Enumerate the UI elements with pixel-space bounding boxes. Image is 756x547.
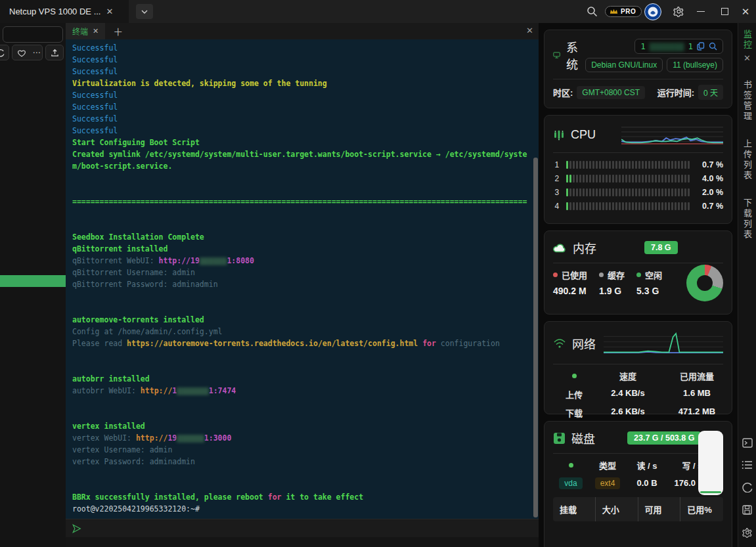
right-tab-strip: 监控✕书签管理上传列表下载列表	[738, 23, 756, 547]
cpu-core-percent: 4.0 %	[695, 174, 723, 183]
terminal-text-segment: 19	[167, 433, 177, 443]
ip-redacted: ▇▇▇▇▇▇▇	[650, 41, 684, 51]
terminal-line: Successful	[72, 54, 533, 66]
terminal-view-icon[interactable]	[742, 438, 753, 448]
terminal-text-segment: Successful	[72, 67, 118, 76]
terminal-line: Created symlink /etc/systemd/system/mult…	[72, 148, 533, 172]
terminal-text-segment: autobrr WebUI:	[72, 386, 141, 395]
favorite-button[interactable]	[12, 45, 32, 60]
terminal-tab[interactable]: 终端 ✕	[66, 23, 105, 39]
monitor-panel: 系统 1▇▇▇▇▇▇▇1 Debian GNU/Linux 11 (bullse…	[539, 23, 738, 547]
strip-tab-close-icon[interactable]: ✕	[744, 53, 751, 63]
cpu-core-bar	[566, 202, 690, 210]
save-icon[interactable]	[742, 505, 752, 515]
memory-legend-item: 空闲5.3 G	[636, 269, 662, 296]
send-icon	[72, 524, 81, 533]
disk-mount-table-header: 挂载大小可用已用%	[553, 497, 723, 521]
terminal-line: ========================================…	[72, 196, 533, 208]
strip-tab-item[interactable]: 上传列表	[741, 139, 753, 181]
settings-button[interactable]	[672, 0, 685, 23]
reload-icon[interactable]	[742, 482, 753, 492]
terminal-scrollbar[interactable]	[533, 158, 538, 517]
terminal-text-segment: Successful	[72, 114, 118, 123]
legend-value: 1.9 G	[599, 286, 625, 296]
terminal-line: Seedbox Installation Complete	[72, 231, 533, 243]
disk-mount-col-header: 大小	[596, 497, 638, 521]
legend-dot	[599, 273, 604, 277]
network-row-label: 下载	[553, 406, 595, 419]
uptime-value: 0 天	[698, 85, 723, 100]
terminal-line: vertex Password: adminadmin	[72, 456, 533, 468]
terminal-quick-input-bar[interactable]	[66, 519, 539, 537]
cpu-core-percent: 2.0 %	[695, 188, 723, 197]
terminal-text-segment: it to take effect	[282, 492, 364, 502]
terminal-line: Please read https://autoremove-torrents.…	[72, 338, 533, 349]
disk-mount-col-header: 已用%	[680, 497, 723, 521]
terminal-text-segment: 1:3000	[204, 433, 232, 443]
terminal-line: root@v2202504219965332120:~#	[72, 503, 533, 515]
terminal-tabbar: 终端 ✕ ＋ ✕	[66, 23, 539, 39]
terminal-line	[72, 408, 533, 420]
terminal-line: autoremove-torrents installed	[72, 314, 533, 326]
strip-tab-item[interactable]: 书签管理	[741, 80, 753, 122]
memory-title: 内存	[573, 239, 596, 256]
more-button[interactable]: ⋯	[31, 45, 43, 60]
cpu-core-percent: 0.7 %	[695, 160, 723, 169]
terminal-line: autobrr installed	[72, 373, 533, 385]
disk-device-badge: vda	[559, 477, 582, 489]
panel-close-icon[interactable]: ✕	[526, 26, 533, 35]
disk-col-read: 读 / s	[627, 459, 667, 471]
maximize-icon	[721, 8, 728, 15]
strip-gear-icon[interactable]	[742, 527, 753, 538]
terminal-tab-label: 终端	[72, 26, 88, 37]
pro-badge[interactable]: PRO	[605, 0, 642, 23]
sidebar-search-input[interactable]	[3, 26, 63, 43]
terminal-output[interactable]: SuccessfulSuccessfulSuccessfulVirtualiza…	[66, 39, 539, 519]
window-minimize-button[interactable]	[694, 0, 708, 23]
cpu-card: CPU 10.7 %24.0 %32.0 %40.7 %	[544, 115, 732, 224]
terminal-text-segment: 1:7474	[209, 386, 236, 395]
terminal-text-segment: BBRx successfully installed, please rebo…	[72, 492, 268, 502]
gear-icon	[673, 6, 684, 17]
window-maximize-button[interactable]	[717, 0, 732, 23]
session-tab-close-icon[interactable]: ✕	[106, 7, 113, 16]
session-tab-title: Netcup VPS 1000 DE ...	[9, 7, 100, 16]
monitor-icon	[553, 49, 560, 61]
list-view-icon[interactable]	[742, 460, 753, 470]
window-close-button[interactable]: ✕	[738, 0, 753, 23]
search-icon	[587, 6, 598, 17]
terminal-text-segment: ▇▇▇▇▇▇	[200, 256, 227, 265]
user-avatar[interactable]	[644, 0, 661, 23]
memory-legend-item: 缓存1.9 G	[599, 269, 625, 296]
terminal-text-segment: Successful	[72, 55, 118, 64]
cpu-core-id: 1	[553, 160, 561, 169]
sidebar-selected-item[interactable]	[0, 275, 66, 287]
session-tab[interactable]: Netcup VPS 1000 DE ... ✕	[0, 0, 129, 23]
terminal-text-segment: ▇▇▇▇▇▇	[177, 433, 204, 443]
refresh-button[interactable]	[0, 45, 9, 60]
disk-card: 磁盘 23.7 G / 503.8 G 类型 读 / s 写 / s vda e…	[544, 421, 732, 547]
terminal-line: BBRx successfully installed, please rebo…	[72, 491, 533, 503]
ip-prefix: 1	[640, 41, 646, 51]
tab-list-dropdown-button[interactable]	[136, 4, 153, 19]
cpu-core-row: 24.0 %	[553, 172, 723, 185]
strip-tab-item[interactable]: 下载列表	[741, 198, 753, 240]
search-button[interactable]	[584, 0, 600, 23]
system-title: 系统	[566, 38, 579, 72]
cpu-core-id: 4	[553, 202, 561, 211]
cpu-activity-icon	[553, 129, 565, 141]
new-terminal-button[interactable]: ＋	[113, 24, 123, 38]
terminal-text-segment: vertex Password: adminadmin	[72, 457, 195, 466]
terminal-line	[72, 184, 533, 196]
copy-icon[interactable]	[697, 42, 705, 51]
disk-col-type: 类型	[589, 459, 627, 471]
strip-tab-active[interactable]: 监控	[741, 30, 753, 51]
terminal-tab-close-icon[interactable]: ✕	[93, 28, 99, 35]
lookup-icon[interactable]	[709, 42, 717, 51]
wifi-icon	[553, 338, 566, 349]
network-sparkline	[604, 330, 723, 357]
titlebar: Netcup VPS 1000 DE ... ✕ PRO	[0, 0, 756, 23]
connection-sidebar: ⋯	[0, 23, 66, 547]
terminal-text-segment: http://19	[159, 256, 200, 265]
export-button[interactable]	[45, 45, 64, 60]
